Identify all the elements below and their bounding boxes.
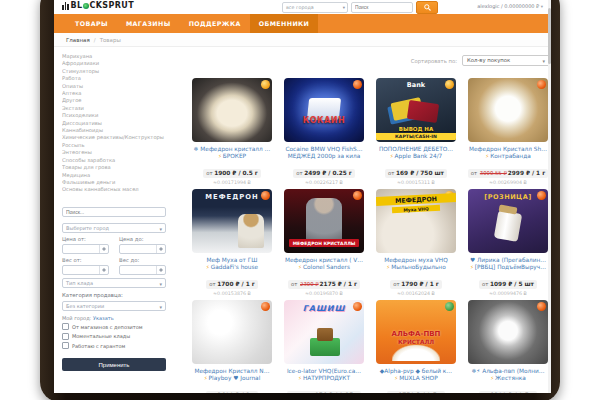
product-seller-link[interactable]: MUXLA SHOP bbox=[399, 375, 437, 381]
product-card[interactable]: BankВЫВОД НАКАРТЫ/CASH-IN ПОПОЛНЕНИЕ ДЕБ… bbox=[372, 78, 460, 185]
product-title-link[interactable]: ◆Alpha-pvp ◆ белый к… bbox=[372, 367, 460, 375]
sidebar-category-link[interactable]: Опиаты bbox=[62, 83, 170, 90]
sidebar-category-link[interactable]: Экстази bbox=[62, 105, 170, 112]
product-seller-row: ⚡МыльноБудыльно bbox=[372, 264, 460, 272]
product-card[interactable]: МЕФЕДРОН Меф Муха от ГШ ⚡GaddaFi's house… bbox=[188, 189, 276, 296]
product-seller-link[interactable]: Playboy ♥ Journal bbox=[209, 375, 261, 381]
product-seller-link[interactable]: МЕДЖЕД 2000р за кила bbox=[288, 153, 361, 159]
product-card[interactable]: МЕФЕДРОНМуха VHQ Мефедрон муха VHQ ⚡Мыль… bbox=[372, 189, 460, 296]
product-seller-link[interactable]: Apple Bank 24/7 bbox=[395, 153, 443, 159]
my-city-link[interactable]: Указать bbox=[93, 315, 114, 321]
sidebar-category-link[interactable]: Товары для грова bbox=[62, 164, 170, 171]
product-card[interactable]: Мефедрон Кристалл N… ⚡Playboy ♥ Journal … bbox=[188, 300, 276, 393]
city-select[interactable]: все города bbox=[282, 2, 348, 13]
stepper-arrows-icon[interactable] bbox=[99, 266, 108, 274]
nav-item[interactable]: ТОВАРЫ bbox=[66, 14, 117, 33]
product-card[interactable]: ❄⚡ Альфа-пвп (Молни… ⚡Жестянка от 1200 ₽… bbox=[464, 300, 551, 393]
product-seller-link[interactable]: [РВБЦ] ПодъёмВыруч… bbox=[475, 264, 546, 270]
image-overlay-text: ГАШИШ bbox=[284, 304, 364, 313]
product-title-link[interactable]: Мефедрон кристалл ( V… bbox=[280, 256, 368, 264]
product-title-link[interactable]: Мефедрон муха VHQ bbox=[372, 256, 460, 264]
sidebar-category-link[interactable]: Основы каннабисных масел bbox=[62, 186, 170, 193]
sidebar-category-link[interactable]: Способы заработка bbox=[62, 157, 170, 164]
price-from-input[interactable] bbox=[62, 244, 109, 254]
sidebar-category-link[interactable]: Диссоциативы bbox=[62, 120, 170, 127]
product-card[interactable]: КОКАИН Cocaine BMW VHQ FishS… МЕДЖЕД 200… bbox=[280, 78, 368, 185]
product-title-link[interactable]: ♥ Лирика (Прегабалин… bbox=[464, 256, 551, 264]
product-seller-link[interactable]: НАТУРПРОДУКТ bbox=[303, 375, 350, 381]
product-title-link[interactable]: ПОПОЛНЕНИЕ ДЕБЕТО… bbox=[372, 145, 460, 153]
sidebar-category-link[interactable]: Каннабиноиды bbox=[62, 127, 170, 134]
sidebar-category-link[interactable]: Медицина bbox=[62, 172, 170, 179]
product-title-link[interactable]: Меф Муха от ГШ bbox=[188, 256, 276, 264]
weight-from-input[interactable] bbox=[62, 265, 109, 275]
sidebar-category-link[interactable]: Россыпь bbox=[62, 142, 170, 149]
filter-search-input[interactable] bbox=[62, 207, 166, 217]
product-new-price: 854 ₽ / 0.25 г bbox=[315, 392, 359, 393]
product-seller-link[interactable]: GaddaFi's house bbox=[211, 264, 258, 270]
search-button[interactable] bbox=[416, 1, 438, 14]
stepper-arrows-icon[interactable] bbox=[156, 266, 165, 274]
product-title-link[interactable]: Ice-o-lator VHQ(Euro.ca… bbox=[280, 367, 368, 375]
filter-checkbox[interactable]: Моментальные клады bbox=[62, 333, 166, 340]
stepper-arrows-icon[interactable] bbox=[99, 245, 108, 253]
product-image: МЕФЕДРОН КРИСТАЛЛЫ bbox=[284, 189, 364, 253]
apply-filters-button[interactable]: Применить bbox=[62, 358, 166, 371]
weight-from-label: Вес от: bbox=[62, 257, 109, 263]
sidebar-category-link[interactable]: Марихуана bbox=[62, 53, 170, 60]
nav-item[interactable]: МАГАЗИНЫ bbox=[117, 14, 180, 33]
nav-item[interactable]: ОБМЕННИКИ bbox=[250, 14, 319, 33]
sidebar-category-link[interactable]: Химические реактивы/Конструкторы bbox=[62, 134, 170, 141]
stepper-arrows-icon[interactable] bbox=[156, 245, 165, 253]
product-title-link[interactable]: ❄⚡ Альфа-пвп (Молни… bbox=[464, 367, 551, 375]
breadcrumb-home-link[interactable]: Главная bbox=[66, 37, 90, 43]
product-seller-link[interactable]: МыльноБудыльно bbox=[391, 264, 446, 270]
sidebar-category-link[interactable]: Психоделики bbox=[62, 112, 170, 119]
seller-category-select[interactable]: Без категории bbox=[62, 301, 166, 311]
sidebar-category-link[interactable]: Аптека bbox=[62, 90, 170, 97]
sidebar-category-link[interactable]: Стимуляторы bbox=[62, 68, 170, 75]
product-card[interactable]: ❄ Мефедрон кристалл … ⚡БРОКЕР от 1900 ₽ … bbox=[188, 78, 276, 185]
stash-type-select[interactable]: Тип клада bbox=[62, 278, 166, 288]
filter-city-select[interactable]: Выберите город bbox=[62, 223, 166, 233]
product-seller-row: ⚡Playboy ♥ Journal bbox=[188, 375, 276, 383]
sort-select[interactable]: Кол-ву покупок bbox=[462, 55, 550, 66]
filter-checkbox[interactable]: От магазинов с депозитом bbox=[62, 323, 166, 330]
product-card[interactable]: Мефедрон Кристалл Sh… ⚡Контрабанда от 30… bbox=[464, 78, 551, 185]
product-card[interactable]: [РОЗНИЦА] ♥ Лирика (Прегабалин… ⚡[РВБЦ] … bbox=[464, 189, 551, 296]
site-logo[interactable]: BLCKSPRUT bbox=[62, 1, 134, 10]
product-title-link[interactable]: Мефедрон Кристалл N… bbox=[188, 367, 276, 375]
logo-bars-icon bbox=[62, 2, 69, 10]
product-card[interactable]: АЛЬФА-ПВПКРИСТАЛЛ ◆Alpha-pvp ◆ белый к… … bbox=[372, 300, 460, 393]
product-new-price: 1200 ₽ / 0.5 г bbox=[490, 392, 534, 393]
sort-row: Сортировать по: Кол-ву покупок bbox=[188, 55, 550, 66]
product-seller-link[interactable]: Colonel Sanders bbox=[303, 264, 350, 270]
weight-to-input[interactable] bbox=[119, 265, 166, 275]
product-seller-link[interactable]: БРОКЕР bbox=[223, 153, 246, 159]
sidebar-category-link[interactable]: Энтеогены bbox=[62, 149, 170, 156]
product-grid: ❄ Мефедрон кристалл … ⚡БРОКЕР от 1900 ₽ … bbox=[188, 78, 551, 393]
filter-checkbox[interactable]: Работаю с гарантом bbox=[62, 342, 166, 349]
price-to-input[interactable] bbox=[119, 244, 166, 254]
product-title-link[interactable]: ❄ Мефедрон кристалл … bbox=[188, 145, 276, 153]
product-seller-row: ⚡Жестянка bbox=[464, 375, 551, 383]
scrollbar[interactable] bbox=[548, 0, 551, 393]
scrollbar-thumb[interactable] bbox=[548, 8, 551, 64]
account-menu[interactable]: alexlogic / 0.00000000 ₽ bbox=[477, 3, 543, 9]
sidebar-category-link[interactable]: Другое bbox=[62, 97, 170, 104]
product-card[interactable]: МЕФЕДРОН КРИСТАЛЛЫ Мефедрон кристалл ( V… bbox=[280, 189, 368, 296]
product-btc-price: ≈0.00226217 Ƀ bbox=[280, 180, 368, 185]
search-input[interactable] bbox=[351, 2, 413, 13]
sidebar-category-link[interactable]: Фальшивые деньги bbox=[62, 179, 170, 186]
product-seller-link[interactable]: Контрабанда bbox=[490, 153, 531, 159]
product-btc-price: ≈0.00099476 Ƀ bbox=[464, 291, 551, 296]
nav-item[interactable]: ПОДДЕРЖКА bbox=[180, 14, 250, 33]
product-title-link[interactable]: Cocaine BMW VHQ FishS… bbox=[280, 145, 368, 153]
product-new-price: 1099 ₽ / 5 шт bbox=[490, 281, 534, 287]
product-seller-link[interactable]: Жестянка bbox=[495, 375, 526, 381]
product-card[interactable]: ГАШИШ Ice-o-lator VHQ(Euro.ca… ⚡НАТУРПРО… bbox=[280, 300, 368, 393]
logo-dot-icon bbox=[83, 3, 89, 9]
sidebar-category-link[interactable]: Работа bbox=[62, 75, 170, 82]
sidebar-category-link[interactable]: Афродизиаки bbox=[62, 60, 170, 67]
product-title-link[interactable]: Мефедрон Кристалл Sh… bbox=[464, 145, 551, 153]
